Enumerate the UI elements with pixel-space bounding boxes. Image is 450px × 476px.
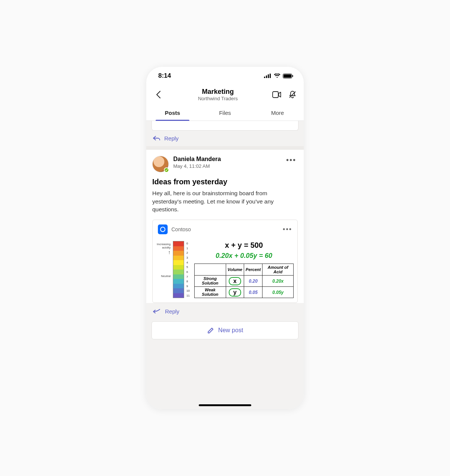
ph-label-increasing: Increasing acidity: [156, 243, 171, 249]
channel-feed[interactable]: Reply Daniela Mandera May 4, 11:02 AM ••…: [146, 121, 304, 409]
app-icon: [158, 224, 168, 234]
app-name: Contoso: [171, 226, 191, 232]
back-button[interactable]: [152, 89, 164, 101]
th-amount: Amount of Acid: [262, 264, 294, 276]
post-body: Hey all, here is our brainstorming board…: [152, 189, 298, 214]
tab-more[interactable]: More: [251, 105, 304, 121]
team-subtitle: Northwind Traders: [167, 96, 268, 101]
previous-post-peek: [152, 121, 298, 131]
wifi-icon: [274, 74, 280, 78]
reply-button-prev[interactable]: Reply: [146, 131, 304, 146]
cell-vol: x: [229, 277, 241, 285]
cell-amt: 0.05y: [272, 290, 284, 295]
post: Daniela Mandera May 4, 11:02 AM ••• Idea…: [146, 150, 304, 303]
presence-available-icon: [164, 167, 169, 173]
tab-label: More: [271, 110, 284, 116]
tab-posts[interactable]: Posts: [146, 105, 199, 121]
svg-rect-0: [264, 77, 265, 78]
ph-scale: [173, 241, 184, 298]
solution-table: Volume Percent Amount of Acid Strong Sol…: [194, 264, 294, 298]
svg-rect-5: [284, 74, 291, 78]
nav-bar: Marketing Northwind Traders: [146, 85, 304, 105]
table-row: Strong Solution x 0.20 0.20x: [194, 276, 293, 287]
reply-label: Reply: [165, 308, 179, 315]
th-volume: Volume: [226, 264, 244, 276]
tab-label: Files: [219, 110, 231, 116]
phone-frame: 8:14 Marketing Northwind Traders: [146, 67, 304, 409]
cellular-icon: [264, 74, 272, 78]
channel-title: Marketing: [167, 88, 268, 96]
reply-button[interactable]: Reply: [146, 303, 304, 320]
tab-label: Posts: [165, 110, 180, 116]
svg-rect-6: [292, 75, 293, 77]
svg-rect-3: [270, 74, 271, 78]
cell-pct: 0.20: [249, 279, 258, 284]
new-post-button[interactable]: New post: [152, 321, 298, 339]
status-bar: 8:14: [146, 67, 304, 85]
new-post-label: New post: [218, 327, 243, 334]
compose-icon: [207, 327, 214, 334]
post-timestamp: May 4, 11:02 AM: [173, 163, 221, 169]
row-label: Weak Solution: [194, 287, 226, 298]
row-label: Strong Solution: [194, 276, 226, 287]
status-time: 8:14: [158, 72, 171, 80]
reply-arrow-icon: [153, 136, 160, 141]
ph-ticks: 01234567891011: [186, 241, 190, 298]
post-author: Daniela Mandera: [173, 156, 221, 163]
ph-label-neutral: Neutral: [161, 274, 171, 278]
home-indicator: [199, 404, 251, 406]
equation-1: x + y = 500: [194, 241, 294, 250]
table-row: Weak Solution y 0.05 0.05y: [194, 287, 293, 298]
adaptive-card[interactable]: Contoso ••• Increasing acidity ↑ Neutral: [152, 220, 298, 303]
meet-button[interactable]: [272, 89, 282, 100]
svg-rect-2: [268, 74, 269, 78]
notifications-off-button[interactable]: [287, 89, 298, 100]
whiteboard-image: Increasing acidity ↑ Neutral 01234567891…: [153, 239, 297, 303]
th-percent: Percent: [244, 264, 262, 276]
card-more-button[interactable]: •••: [283, 226, 292, 233]
cell-pct: 0.05: [249, 290, 258, 295]
reply-curved-icon: [153, 309, 161, 314]
cell-vol: y: [229, 288, 241, 297]
svg-rect-1: [266, 75, 267, 78]
nav-title-block: Marketing Northwind Traders: [167, 88, 268, 101]
feed-divider: [146, 146, 304, 150]
avatar[interactable]: [152, 156, 169, 172]
cell-amt: 0.20x: [272, 279, 284, 284]
svg-rect-7: [273, 92, 278, 98]
tab-bar: Posts Files More: [146, 105, 304, 121]
battery-icon: [283, 74, 293, 78]
post-title: Ideas from yesterday: [152, 178, 298, 186]
equation-2: 0.20x + 0.05y = 60: [194, 252, 294, 260]
reply-label: Reply: [164, 135, 178, 142]
post-more-button[interactable]: •••: [285, 156, 298, 164]
tab-files[interactable]: Files: [199, 105, 251, 121]
